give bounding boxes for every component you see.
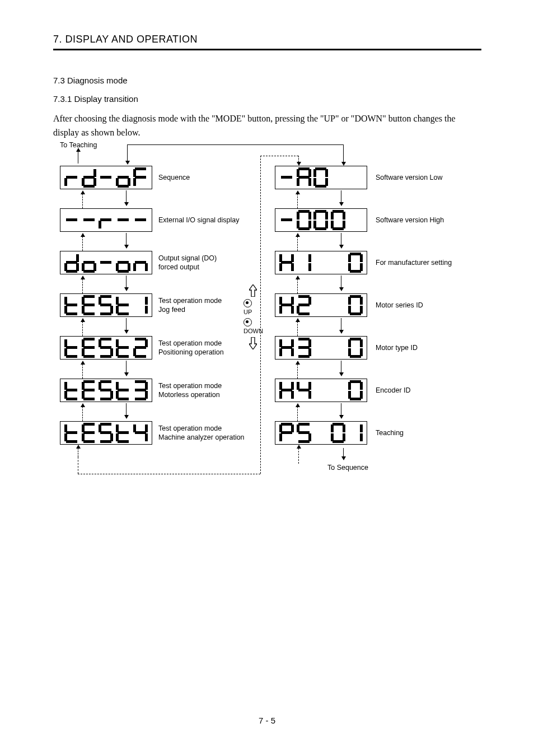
dash-into-right: [298, 156, 299, 165]
arrow-to-teaching: [78, 151, 78, 164]
dash-left-down: [78, 457, 78, 474]
display-box: [60, 379, 152, 402]
arrow-to-sequence-down: [343, 448, 344, 459]
display-box: [60, 421, 152, 445]
diagram: To Teaching UP DOWN To Sequence Sequence…: [53, 141, 484, 483]
display-label: Encoder ID: [376, 386, 411, 395]
display-label: Software version High: [376, 216, 444, 225]
dash-top-h: [260, 156, 298, 156]
display-box: [275, 208, 367, 232]
display-label: Software version Low: [376, 174, 443, 183]
display-box: [60, 293, 152, 317]
up-button-label: UP: [243, 309, 252, 315]
display-label: Test operation mode Positioning operatio…: [158, 339, 224, 357]
subsection-heading: 7.3.1 Display transition: [53, 94, 138, 104]
display-box: [275, 421, 367, 445]
display-box: [275, 336, 367, 360]
display-box: [60, 336, 152, 360]
down-button-icon: [243, 318, 252, 326]
section-heading: 7.3 Diagnosis mode: [53, 76, 128, 85]
up-arrow-icon: [249, 284, 257, 297]
display-label: Motor series ID: [376, 301, 423, 310]
to-sequence-label: To Sequence: [327, 464, 368, 472]
display-box: [275, 379, 367, 402]
dash-center-v: [260, 156, 261, 474]
up-button-icon: [243, 299, 252, 307]
page-number: 7 - 5: [0, 716, 534, 725]
display-box: [60, 208, 152, 232]
display-box: [60, 251, 152, 274]
down-arrow-icon: [249, 337, 257, 349]
chapter-title: 7. DISPLAY AND OPERATION: [53, 34, 481, 50]
display-label: Test operation mode Jog feed: [158, 297, 222, 314]
arrow-into-left-col: [127, 144, 128, 164]
body-paragraph: After choosing the diagnosis mode with t…: [53, 112, 481, 140]
display-box: [275, 293, 367, 317]
display-label: Output signal (DO) forced output: [158, 254, 217, 272]
display-label: Sequence: [158, 174, 190, 183]
display-label: Test operation mode Motorless operation: [158, 382, 222, 399]
display-box: [275, 251, 367, 274]
dash-right-down: [298, 448, 299, 464]
display-label: Test operation mode Machine analyzer ope…: [158, 424, 245, 442]
display-box: [60, 166, 152, 189]
route-top-span: [127, 144, 343, 145]
display-label: Teaching: [376, 429, 404, 438]
display-label: Motor type ID: [376, 344, 418, 353]
dash-bottom-h: [78, 474, 260, 474]
display-label: External I/O signal display: [158, 216, 240, 225]
display-label: For manufacturer setting: [376, 259, 452, 268]
display-box: [275, 166, 367, 189]
